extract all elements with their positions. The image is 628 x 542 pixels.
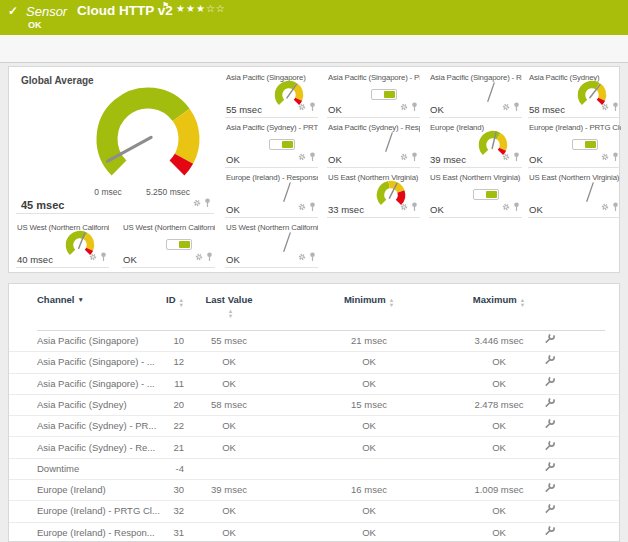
pin-icon[interactable] bbox=[100, 247, 107, 265]
last-value-cell: OK bbox=[189, 352, 269, 372]
ok-toggle-indicator bbox=[473, 186, 499, 204]
channel-gauge-value: OK bbox=[430, 204, 444, 215]
global-average-panel[interactable]: Global Average 0 msec 5.250 msec 45 msec bbox=[16, 71, 214, 214]
minimum-cell: 15 msec bbox=[319, 395, 419, 415]
last-value-cell: 58 msec bbox=[189, 395, 269, 415]
channel-gauge-panel[interactable]: US West (Northern California)...OK bbox=[225, 221, 318, 268]
pin-icon[interactable] bbox=[513, 97, 520, 115]
channel-id-cell: -4 bbox=[127, 459, 184, 479]
channel-gauge-panel[interactable]: Asia Pacific (Singapore)55 msec bbox=[225, 71, 318, 118]
gear-icon[interactable] bbox=[298, 197, 306, 215]
gear-icon[interactable] bbox=[193, 193, 201, 211]
gear-icon[interactable] bbox=[400, 147, 408, 165]
pin-icon[interactable] bbox=[309, 147, 316, 165]
gear-icon[interactable] bbox=[400, 197, 408, 215]
channel-gauge-panel[interactable]: Asia Pacific (Singapore) - PR...OK bbox=[327, 71, 420, 118]
gear-icon[interactable] bbox=[400, 97, 408, 115]
object-kind-label: Sensor bbox=[26, 4, 67, 19]
channel-gauge-panel[interactable]: US West (Northern California)40 msec bbox=[16, 221, 109, 268]
gear-icon[interactable] bbox=[298, 97, 306, 115]
channel-settings-wrench-icon[interactable] bbox=[539, 395, 559, 415]
pin-icon[interactable] bbox=[612, 97, 619, 115]
column-header-last-value[interactable]: Last Value▲▼ bbox=[205, 294, 253, 318]
channel-settings-wrench-icon[interactable] bbox=[539, 416, 559, 436]
ok-toggle-indicator bbox=[371, 86, 397, 104]
channel-gauge-value: OK bbox=[328, 104, 342, 115]
gear-icon[interactable] bbox=[195, 247, 203, 265]
sort-icon: ▲▼ bbox=[228, 309, 233, 318]
pin-icon[interactable] bbox=[513, 147, 520, 165]
pin-icon[interactable] bbox=[411, 97, 418, 115]
gear-icon[interactable] bbox=[502, 97, 510, 115]
pin-icon[interactable] bbox=[612, 147, 619, 165]
pin-icon[interactable] bbox=[204, 193, 211, 211]
channel-gauge-panel[interactable]: Asia Pacific (Sydney) - PRTG ...OK bbox=[225, 121, 318, 168]
sort-icon: ▲▼ bbox=[520, 298, 525, 307]
channel-gauge-panel[interactable]: Europe (Ireland) - Response C...OK bbox=[225, 171, 318, 218]
channel-table-card: Channel▼ID▲▼Last Value▲▼Minimum▲▼Maximum… bbox=[8, 283, 620, 542]
channel-gauge-value: 55 msec bbox=[226, 104, 262, 115]
ok-toggle-indicator bbox=[166, 236, 192, 254]
priority-stars[interactable]: ★★★☆☆ bbox=[176, 3, 226, 14]
maximum-cell: OK bbox=[449, 523, 549, 542]
channel-table-header: Channel▼ID▲▼Last Value▲▼Minimum▲▼Maximum… bbox=[9, 284, 619, 330]
table-row: Europe (Ireland) - Respon...31OKOKOK bbox=[9, 523, 619, 542]
global-average-gauge bbox=[16, 75, 214, 193]
gear-icon[interactable] bbox=[502, 147, 510, 165]
channel-gauge-panel[interactable]: Asia Pacific (Singapore) - Res...OK bbox=[429, 71, 522, 118]
pin-icon[interactable] bbox=[309, 197, 316, 215]
column-header-minimum[interactable]: Minimum▲▼ bbox=[319, 294, 419, 307]
channel-gauge-panel[interactable]: US West (Northern California)...OK bbox=[122, 221, 215, 268]
maximum-cell: 3.446 msec bbox=[449, 331, 549, 351]
channel-id-cell: 31 bbox=[127, 523, 184, 542]
minimum-cell: OK bbox=[319, 501, 419, 521]
channel-settings-wrench-icon[interactable] bbox=[539, 438, 559, 458]
column-header-id[interactable]: ID▲▼ bbox=[127, 294, 184, 307]
sensor-header: ✓ Sensor Cloud HTTP v2 ⚑ ★★★☆☆ OK bbox=[0, 0, 628, 35]
channel-settings-wrench-icon[interactable] bbox=[539, 501, 559, 521]
channel-id-cell: 22 bbox=[127, 416, 184, 436]
pin-icon[interactable] bbox=[411, 147, 418, 165]
maximum-cell: OK bbox=[449, 416, 549, 436]
channel-gauge-panel[interactable]: US East (Northern Virginia)33 msec bbox=[327, 171, 420, 218]
gear-icon[interactable] bbox=[601, 147, 609, 165]
pin-icon[interactable] bbox=[309, 247, 316, 265]
channel-gauge-panel[interactable]: US East (Northern Virginia) - ...OK bbox=[429, 171, 522, 218]
channel-gauge-panel[interactable]: Europe (Ireland)39 msec bbox=[429, 121, 522, 168]
channel-gauge-panel[interactable]: Asia Pacific (Sydney)58 msec bbox=[528, 71, 621, 118]
channel-settings-wrench-icon[interactable] bbox=[539, 374, 559, 394]
gear-icon[interactable] bbox=[89, 247, 97, 265]
pin-icon[interactable] bbox=[612, 197, 619, 215]
channel-gauge-title: Asia Pacific (Sydney) - PRTG ... bbox=[226, 123, 318, 132]
channel-gauge-value: 33 msec bbox=[328, 204, 364, 215]
channel-settings-wrench-icon[interactable] bbox=[539, 352, 559, 372]
channel-settings-wrench-icon[interactable] bbox=[539, 459, 559, 479]
gear-icon[interactable] bbox=[298, 247, 306, 265]
channel-settings-wrench-icon[interactable] bbox=[539, 331, 559, 351]
channel-id-cell: 20 bbox=[127, 395, 184, 415]
sensor-title: Cloud HTTP v2 bbox=[77, 3, 173, 18]
maximum-cell: OK bbox=[449, 374, 549, 394]
last-value-cell: OK bbox=[189, 438, 269, 458]
gear-icon[interactable] bbox=[502, 197, 510, 215]
column-header-channel[interactable]: Channel▼ bbox=[37, 294, 84, 305]
channel-gauge-panel[interactable]: Asia Pacific (Sydney) - Respo...OK bbox=[327, 121, 420, 168]
channel-gauge-panel[interactable]: Europe (Ireland) - PRTG Cloud...OK bbox=[528, 121, 621, 168]
channel-settings-wrench-icon[interactable] bbox=[539, 523, 559, 542]
sensor-status-text: OK bbox=[28, 20, 42, 30]
gear-icon[interactable] bbox=[298, 147, 306, 165]
gear-icon[interactable] bbox=[601, 97, 609, 115]
column-header-maximum[interactable]: Maximum▲▼ bbox=[449, 294, 549, 307]
sensor-overview-page: ✓ Sensor Cloud HTTP v2 ⚑ ★★★☆☆ OK Global… bbox=[0, 0, 628, 542]
table-row: Asia Pacific (Singapore)1055 msec21 msec… bbox=[9, 331, 619, 352]
channel-settings-wrench-icon[interactable] bbox=[539, 480, 559, 500]
pin-icon[interactable] bbox=[513, 197, 520, 215]
maximum-cell: 2.478 msec bbox=[449, 395, 549, 415]
pin-icon[interactable] bbox=[309, 97, 316, 115]
channel-gauge-panel[interactable]: US East (Northern Virginia) - ...OK bbox=[528, 171, 621, 218]
gear-icon[interactable] bbox=[601, 197, 609, 215]
table-row: Europe (Ireland) - PRTG Cl...32OKOKOK bbox=[9, 501, 619, 522]
pin-icon[interactable] bbox=[206, 247, 213, 265]
pin-icon[interactable] bbox=[411, 197, 418, 215]
minimum-cell: OK bbox=[319, 523, 419, 542]
